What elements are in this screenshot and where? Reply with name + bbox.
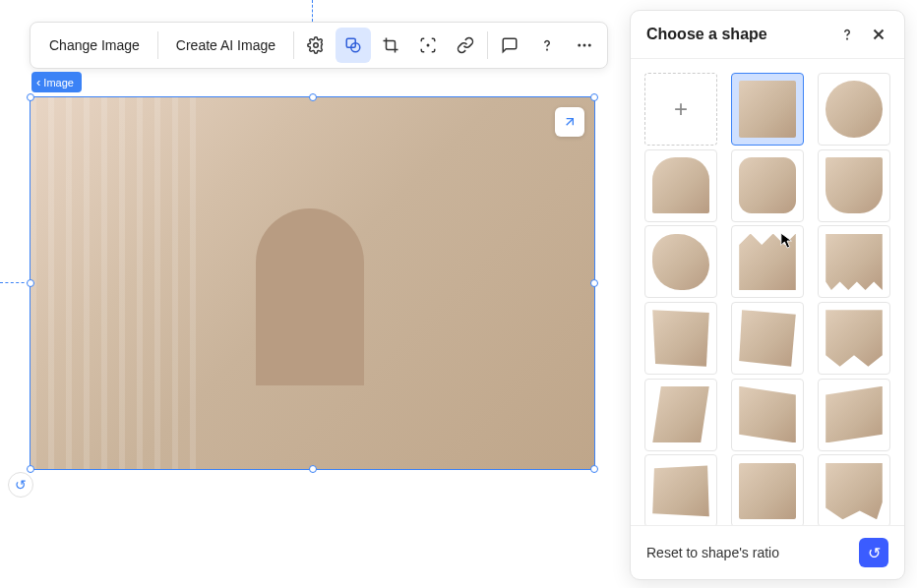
divider [487,31,488,59]
reset-ratio-button[interactable]: ↺ [859,538,888,567]
shape-option-trap1[interactable] [644,379,717,451]
resize-handle[interactable] [27,279,34,287]
shape-thumb [825,310,883,367]
comment-icon[interactable] [492,28,527,63]
link-icon[interactable] [448,28,483,63]
shape-option-circle[interactable] [818,73,890,146]
shape-thumb [652,310,709,367]
svg-point-7 [588,44,591,47]
shape-option-rounded[interactable] [731,149,804,222]
shape-thumb [739,157,796,214]
more-icon[interactable] [567,28,602,63]
shape-option-arch[interactable] [644,149,717,222]
panel-header: Choose a shape [631,11,904,59]
undo-icon[interactable]: ↺ [8,472,33,498]
resize-handle[interactable] [590,279,598,287]
shape-thumb [652,463,709,520]
shape-thumb [825,234,883,291]
shape-option-rect2[interactable] [731,454,804,525]
shape-thumb [825,463,883,520]
vertical-guide [312,0,313,22]
horizontal-guide [0,282,30,283]
panel-footer: Reset to shape's ratio ↺ [631,525,904,579]
resize-handle[interactable] [309,465,317,473]
shape-option-trap3[interactable] [818,379,890,451]
svg-point-0 [314,43,319,48]
shape-thumb [652,386,709,443]
shape-thumb [652,157,709,214]
shape-option-torn1[interactable] [644,302,717,375]
svg-point-5 [578,44,581,47]
shape-option-torn2[interactable] [731,302,804,375]
svg-point-8 [847,38,848,39]
shape-option-notch[interactable] [818,149,890,222]
shape-option-trap2[interactable] [731,379,804,451]
breadcrumb-label: Image [43,77,74,88]
help-icon[interactable] [529,28,565,63]
shape-thumb [825,157,883,214]
shape-thumb [739,463,796,520]
change-image-button[interactable]: Change Image [35,29,153,61]
shape-option-scallop[interactable] [818,225,890,298]
shape-option-blob[interactable] [644,225,717,298]
divider [293,31,294,59]
focal-point-icon[interactable] [410,28,446,63]
shape-thumb [739,386,796,443]
panel-title: Choose a shape [646,26,767,43]
reset-ratio-label: Reset to shape's ratio [646,545,779,560]
add-shape-button[interactable]: + [644,73,717,146]
shape-option-rect[interactable] [731,73,804,146]
close-icon[interactable] [869,25,888,44]
shape-thumb [739,234,796,291]
panel-help-icon[interactable] [837,25,857,44]
resize-handle[interactable] [590,465,598,473]
shape-option-zig[interactable] [731,225,804,298]
shape-option-wave[interactable] [818,302,890,375]
shape-panel: Choose a shape + Reset to shape's ratio … [630,10,905,580]
shape-mask-icon[interactable] [336,28,371,63]
resize-handle[interactable] [309,93,317,101]
svg-point-3 [427,44,429,46]
image-toolbar: Change Image Create AI Image [30,22,608,69]
crop-icon[interactable] [373,28,408,63]
shape-thumb [739,81,796,138]
svg-point-6 [583,44,586,47]
resize-handle[interactable] [590,93,598,101]
selected-image-frame[interactable] [30,96,595,470]
shape-thumb [825,386,883,443]
expand-icon[interactable] [555,107,584,137]
shape-thumb [652,234,709,291]
breadcrumb[interactable]: Image [31,72,82,92]
divider [157,31,158,59]
settings-icon[interactable] [298,28,334,63]
create-ai-image-button[interactable]: Create AI Image [162,29,289,61]
shape-thumb [739,310,796,367]
shape-option-organic[interactable] [818,454,890,525]
resize-handle[interactable] [27,465,34,473]
shape-option-brush[interactable] [644,454,717,525]
shape-grid: + [631,59,904,525]
resize-handle[interactable] [27,93,34,101]
shape-thumb [825,81,883,138]
svg-point-4 [547,49,548,50]
image-content [31,97,594,469]
